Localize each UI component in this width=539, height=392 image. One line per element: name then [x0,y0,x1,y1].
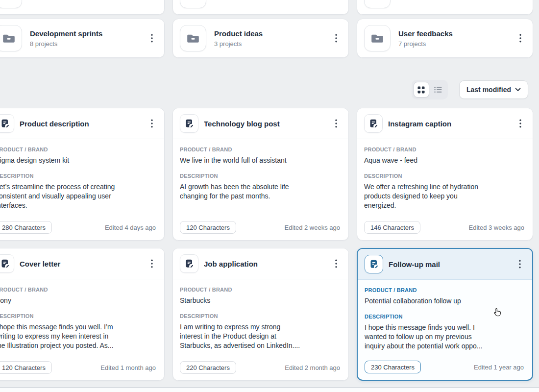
document-card-header: Job application [173,248,348,279]
description-label: DESCRIPTION [180,313,342,319]
folder-icon-container [364,25,391,51]
edited-timestamp: Edited 3 weeks ago [469,224,524,231]
folder-card[interactable]: Development sprints 8 projects [0,19,165,58]
edited-timestamp: Edited 1 month ago [100,364,156,371]
kebab-menu-button[interactable] [514,258,525,270]
kebab-menu-button[interactable] [331,32,342,45]
folder-card[interactable]: User feedbacks 7 projects [357,19,533,58]
sort-dropdown-label: Last modified [466,86,511,94]
description-label: DESCRIPTION [364,173,526,179]
kebab-menu-button[interactable] [331,117,342,130]
document-card[interactable]: Product description PRODUCT / BRAND Figm… [0,108,165,241]
document-card-body: PRODUCT / BRAND Figma design system kit … [0,139,164,210]
edited-timestamp: Edited 2 weeks ago [285,224,340,231]
kebab-menu-button[interactable] [515,0,526,1]
kebab-menu-button[interactable] [147,32,157,45]
document-icon-container [180,114,198,133]
description-label: DESCRIPTION [365,314,525,319]
document-card-footer: 146 Characters Edited 3 weeks ago [364,221,524,234]
chevron-down-icon [515,88,521,92]
projects-workspace: 20 projects 15 projects [0,0,539,392]
kebab-menu-icon [519,34,521,43]
document-card-body: PRODUCT / BRAND Starbucks DESCRIPTION I … [173,279,348,350]
document-card-footer: 120 Characters Edited 2 weeks ago [180,221,340,234]
document-title: Product description [20,120,147,128]
note-pencil-icon [184,119,195,129]
folder-card[interactable]: Product ideas 3 projects [172,19,349,58]
brand-label: PRODUCT / BRAND [364,147,526,152]
toolbar: Last modified [0,80,528,99]
document-title: Technology blog post [204,120,331,128]
folder-icon-container [364,0,391,8]
folder-row-partial: 20 projects 15 projects [0,0,533,15]
kebab-menu-button[interactable] [147,117,157,130]
sort-dropdown[interactable]: Last modified [459,80,528,99]
folder-projects-count: 7 projects [398,40,515,48]
kebab-menu-button[interactable] [147,0,157,1]
kebab-menu-icon [519,260,521,269]
document-card-body: PRODUCT / BRAND Aqua wave - feed DESCRIP… [357,139,533,210]
folder-icon [187,0,199,0]
section-bottom-border [0,387,539,392]
kebab-menu-button[interactable] [515,32,526,45]
brand-value: Figma design system kit [0,156,157,165]
brand-value: Potential collaboration follow up [365,296,525,305]
brand-value: Sony [0,296,157,305]
brand-value: Aqua wave - feed [364,156,526,165]
document-icon-container [0,114,14,133]
document-icon-container [365,255,383,273]
document-icon-container [364,114,383,133]
document-card-header: Follow-up mail [358,249,532,280]
folder-card[interactable]: 20 projects [0,0,165,15]
kebab-menu-icon [335,34,337,43]
kebab-menu-icon [151,34,153,43]
kebab-menu-icon [335,119,337,128]
document-card-body: PRODUCT / BRAND Potential collaboration … [358,280,532,351]
kebab-menu-button[interactable] [515,117,526,130]
document-card-footer: 220 Characters Edited 2 month ago [180,361,340,374]
folder-projects-count: 8 projects [30,40,147,48]
list-view-icon [434,86,442,93]
characters-badge: 220 Characters [180,361,236,374]
toolbar-divider [453,83,453,96]
list-view-button[interactable] [430,82,446,98]
document-card-footer: 230 Characters Edited 1 year ago [365,361,524,373]
document-card[interactable]: Cover letter PRODUCT / BRAND Sony DESCRI… [0,248,165,381]
edited-timestamp: Edited 2 month ago [285,364,340,371]
folder-icon-container [180,25,206,51]
characters-badge: 120 Characters [180,221,236,234]
document-card-body: PRODUCT / BRAND We live in the world ful… [173,139,348,201]
characters-badge: 120 Characters [0,361,52,374]
grid-view-button[interactable] [414,82,429,98]
folder-projects-count: 3 projects [214,40,331,48]
folder-card[interactable]: 15 projects [172,0,349,15]
edited-timestamp: Edited 1 year ago [474,364,524,371]
description-label: DESCRIPTION [0,313,157,319]
kebab-menu-button[interactable] [147,257,157,270]
document-card[interactable]: Instagram caption PRODUCT / BRAND Aqua w… [357,108,533,241]
folder-icon [371,33,384,44]
brand-label: PRODUCT / BRAND [180,287,342,293]
document-card[interactable]: Follow-up mail PRODUCT / BRAND Potential… [357,248,533,381]
brand-value: Starbucks [180,296,342,305]
folder-icon [371,0,384,0]
kebab-menu-icon [335,259,337,268]
kebab-menu-icon [151,259,153,268]
note-pencil-icon [0,259,10,269]
folder-icon [2,0,15,0]
document-card[interactable]: Job application PRODUCT / BRAND Starbuck… [172,248,349,381]
folder-card[interactable]: 10 projects [357,0,533,15]
folder-icon-container [0,25,22,51]
description-text: AI growth has been the absolute life cha… [180,182,342,201]
characters-badge: 146 Characters [364,221,420,234]
note-pencil-icon [0,119,10,129]
brand-label: PRODUCT / BRAND [365,287,525,293]
view-toggle [412,80,448,99]
folder-name: Development sprints [30,29,147,38]
description-text: We offer a refreshing line of hydration … [364,182,526,210]
kebab-menu-button[interactable] [331,0,342,1]
folder-icon-container [180,0,206,8]
document-card-header: Product description [0,108,164,139]
document-card[interactable]: Technology blog post PRODUCT / BRAND We … [172,108,349,241]
kebab-menu-button[interactable] [331,257,342,270]
